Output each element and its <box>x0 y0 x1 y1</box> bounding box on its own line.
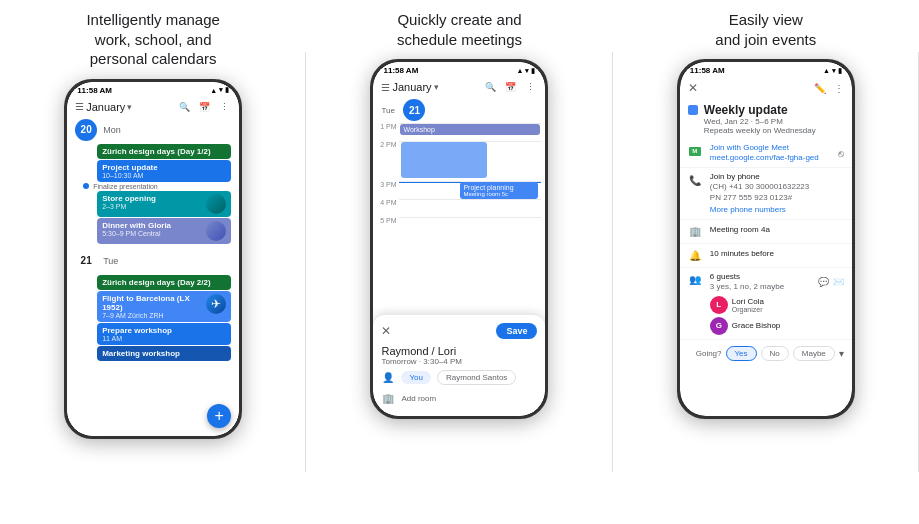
sheet-header: ✕ Save <box>381 323 537 339</box>
chevron-down-icon[interactable]: ▾ <box>839 348 844 359</box>
time-4pm: 4 PM <box>377 199 399 206</box>
search-icon-2[interactable]: 🔍 <box>483 80 497 94</box>
busy-block <box>401 142 486 178</box>
event-title-row: Weekly update Wed, Jan 22 · 5–6 PM Repea… <box>680 99 852 139</box>
sheet-close-btn[interactable]: ✕ <box>381 324 391 338</box>
phone-1: 11:58 AM ▲ ▾ ▮ ☰ January ▾ 🔍 📅 ⋮ <box>64 79 242 439</box>
phone-3: 11:58 AM ▲ ▾ ▮ ✕ ✏️ ⋮ Weekly updat <box>677 59 855 419</box>
panel2-title: Quickly create and schedule meetings <box>397 10 522 49</box>
guests-icon: 👥 <box>688 273 702 287</box>
status-time-2: 11:58 AM <box>383 66 418 75</box>
share-icon[interactable]: ⎋ <box>838 148 844 159</box>
organizer-row: L Lori Cola Organizer <box>710 292 844 314</box>
header-title-1: ☰ January ▾ <box>75 101 177 113</box>
attendee-avatar: G <box>710 317 728 335</box>
yes-btn[interactable]: Yes <box>726 346 757 361</box>
sheet-title: Raymond / Lori <box>381 345 537 357</box>
panel-calendar: Intelligently manage work, school, and p… <box>0 0 306 524</box>
day-abbr-2: Tue <box>381 106 403 115</box>
phone-detail: (CH) +41 30 300001632223 PN 277 555 923 … <box>710 181 844 203</box>
chat-icon[interactable]: 💬 <box>818 277 829 287</box>
attendee-raymond[interactable]: Raymond Santos <box>437 370 516 385</box>
meet-icon: M <box>689 147 701 156</box>
dropdown-arrow: ▾ <box>127 102 132 112</box>
meet-icon-container: M <box>688 144 702 158</box>
status-bar-2: 11:58 AM ▲ ▾ ▮ <box>373 62 545 77</box>
time-5pm: 5 PM <box>377 217 399 224</box>
add-room-text[interactable]: Add room <box>401 394 436 403</box>
event-marketing[interactable]: Marketing workshop <box>97 346 231 361</box>
back-close-icon[interactable]: ✕ <box>688 81 698 95</box>
organizer-role: Organizer <box>732 306 764 313</box>
meet-section: M Join with Google Meet meet.google.com/… <box>680 139 852 168</box>
wifi-icon-3: ▾ <box>832 67 836 75</box>
day-header-tue: 21 Tue <box>67 248 239 274</box>
email-icon[interactable]: ✉️ <box>833 277 844 287</box>
event-flight[interactable]: Flight to Barcelona (LX 1952) 7–9 AM Zür… <box>97 291 231 322</box>
signal-icon-3: ▲ <box>823 67 830 74</box>
day-header-mon: 20 Mon <box>67 117 239 143</box>
bell-icon: 🔔 <box>688 249 702 263</box>
attendee-name: Grace Bishop <box>732 321 780 330</box>
event-avatar-store <box>206 194 226 214</box>
event-title-detail: Weekly update <box>704 103 816 117</box>
signal-icon: ▲ <box>210 87 217 94</box>
panel1-title: Intelligently manage work, school, and p… <box>86 10 219 69</box>
more-icon-2[interactable]: ⋮ <box>523 80 537 94</box>
meet-join-text[interactable]: Join with Google Meet <box>710 143 819 152</box>
detail-topbar: ✕ ✏️ ⋮ <box>680 77 852 99</box>
organizer-name: Lori Cola <box>732 297 764 306</box>
time-row-2pm: 2 PM <box>377 141 541 181</box>
time-grid: 1 PM Workshop 2 PM 3 PM <box>373 123 545 315</box>
event-dinner[interactable]: Dinner with Gloria 5:30–9 PM Central <box>97 218 231 244</box>
meet-link[interactable]: meet.google.com/fae-fgha-ged <box>710 152 819 163</box>
reminder-section: 🔔 10 minutes before <box>680 244 852 268</box>
guests-section: 👥 6 guests 3 yes, 1 no, 2 maybe 💬 ✉️ <box>680 268 852 340</box>
time-row-4pm: 4 PM <box>377 199 541 217</box>
event-dot <box>83 183 89 189</box>
more-icon[interactable]: ⋮ <box>217 100 231 114</box>
room-section: 🏢 Meeting room 4a <box>680 220 852 244</box>
more-numbers[interactable]: More phone numbers <box>710 204 844 215</box>
status-icons-1: ▲ ▾ ▮ <box>210 86 229 94</box>
event-title: Zürich design days (Day 1/2) <box>102 147 226 156</box>
event-color-dot <box>688 105 698 115</box>
day-label-tue: Tue <box>103 256 118 266</box>
room-text: Meeting room 4a <box>710 224 770 235</box>
event-date: Wed, Jan 22 · 5–6 PM <box>704 117 816 126</box>
phone-icon: 📞 <box>688 173 702 187</box>
day-row-2: Tue 21 <box>373 97 545 123</box>
event-workshop-prep[interactable]: Prepare workshop 11 AM <box>97 323 231 345</box>
maybe-btn[interactable]: Maybe <box>793 346 835 361</box>
phone-2: 11:58 AM ▲ ▾ ▮ ☰ January ▾ 🔍 📅 ⋮ <box>370 59 548 419</box>
search-icon[interactable]: 🔍 <box>177 100 191 114</box>
attendee-row: G Grace Bishop <box>710 314 844 335</box>
calendar-icon[interactable]: 📅 <box>197 100 211 114</box>
attendee-you[interactable]: You <box>401 371 431 384</box>
more-icon-3[interactable]: ⋮ <box>834 83 844 94</box>
edit-icon[interactable]: ✏️ <box>814 83 826 94</box>
going-label: Going? <box>696 349 722 358</box>
building-icon: 🏢 <box>381 393 395 404</box>
calendar-icon-2[interactable]: 📅 <box>503 80 517 94</box>
event-zurich-1[interactable]: Zürich design days (Day 1/2) <box>97 144 231 159</box>
event-workshop-time[interactable]: Workshop <box>400 124 540 135</box>
event-zurich-2[interactable]: Zürich design days (Day 2/2) <box>97 275 231 290</box>
no-btn[interactable]: No <box>761 346 789 361</box>
panel3-title: Easily view and join events <box>715 10 816 49</box>
fab-add[interactable]: + <box>207 404 231 428</box>
phone-join-text[interactable]: Join by phone <box>710 172 844 181</box>
panel-event: Easily view and join events 11:58 AM ▲ ▾… <box>613 0 919 524</box>
hamburger-icon-2[interactable]: ☰ <box>381 82 390 93</box>
people-icon: 👤 <box>381 372 395 383</box>
sheet-save-btn[interactable]: Save <box>496 323 537 339</box>
reminder-text: 10 minutes before <box>710 248 774 259</box>
event-repeat: Repeats weekly on Wednesday <box>704 126 816 135</box>
status-bar-3: 11:58 AM ▲ ▾ ▮ <box>680 62 852 77</box>
event-project-update[interactable]: Project update 10–10:30 AM <box>97 160 231 182</box>
event-store[interactable]: Store opening 2–3 PM <box>97 191 231 217</box>
signal-icon-2: ▲ <box>517 67 524 74</box>
calendar-content-1: 20 Mon Zürich design days (Day 1/2) Proj… <box>67 117 239 436</box>
app-header-2: ☰ January ▾ 🔍 📅 ⋮ <box>373 77 545 97</box>
event-planning[interactable]: Project planning Meeting room 5c <box>460 182 538 199</box>
